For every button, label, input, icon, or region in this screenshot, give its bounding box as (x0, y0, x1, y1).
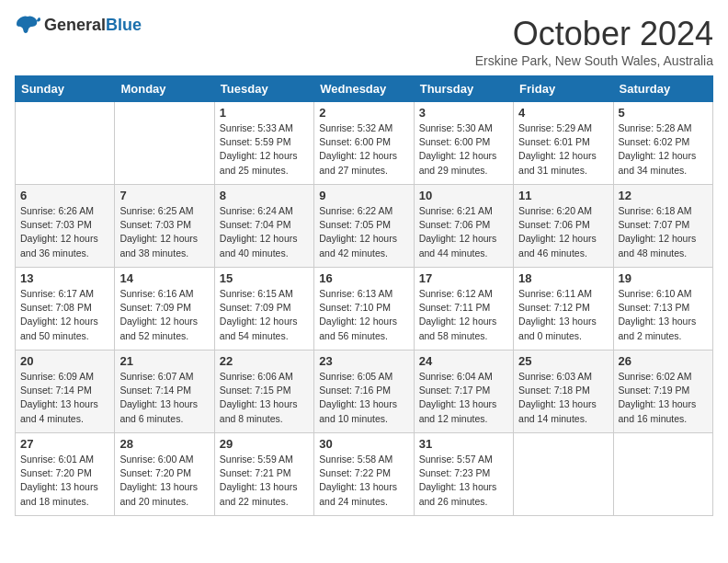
daylight-text: Daylight: 12 hours and 54 minutes. (220, 316, 298, 340)
col-header-thursday: Thursday (414, 76, 513, 102)
calendar-header-row: SundayMondayTuesdayWednesdayThursdayFrid… (16, 76, 713, 102)
daylight-text: Daylight: 12 hours and 52 minutes. (119, 316, 198, 340)
day-number: 27 (20, 437, 109, 451)
daylight-text: Daylight: 12 hours and 48 minutes. (619, 233, 697, 258)
sunset-text: Sunset: 7:12 PM (518, 302, 590, 313)
day-number: 13 (20, 271, 109, 285)
sunset-text: Sunset: 7:14 PM (20, 385, 92, 396)
sunset-text: Sunset: 7:15 PM (220, 385, 291, 396)
day-number: 11 (518, 189, 608, 202)
day-number: 20 (20, 354, 109, 368)
calendar-week-row: 1Sunrise: 5:33 AMSunset: 5:59 PMDaylight… (16, 102, 713, 185)
sunrise-text: Sunrise: 6:15 AM (220, 288, 293, 299)
calendar-cell: 1Sunrise: 5:33 AMSunset: 5:59 PMDaylight… (214, 102, 313, 185)
cell-info: Sunrise: 6:12 AMSunset: 7:11 PMDaylight:… (419, 287, 508, 343)
calendar-table: SundayMondayTuesdayWednesdayThursdayFrid… (15, 75, 713, 516)
day-number: 24 (419, 354, 508, 368)
day-number: 18 (518, 271, 608, 285)
day-number: 23 (319, 354, 408, 368)
cell-info: Sunrise: 6:06 AMSunset: 7:15 PMDaylight:… (220, 370, 309, 426)
sunrise-text: Sunrise: 6:07 AM (119, 371, 193, 382)
calendar-cell: 8Sunrise: 6:24 AMSunset: 7:04 PMDaylight… (214, 185, 313, 268)
daylight-text: Daylight: 12 hours and 50 minutes. (20, 316, 98, 340)
location-subtitle: Erskine Park, New South Wales, Australia (475, 53, 713, 68)
col-header-monday: Monday (115, 76, 214, 102)
cell-info: Sunrise: 5:57 AMSunset: 7:23 PMDaylight:… (419, 453, 508, 509)
sunrise-text: Sunrise: 6:03 AM (518, 371, 592, 382)
day-number: 4 (518, 106, 608, 120)
logo: GeneralBlue (15, 15, 142, 35)
cell-info: Sunrise: 6:18 AMSunset: 7:07 PMDaylight:… (619, 204, 708, 260)
day-number: 3 (419, 106, 508, 120)
calendar-cell: 14Sunrise: 6:16 AMSunset: 7:09 PMDayligh… (115, 268, 214, 350)
sunrise-text: Sunrise: 6:18 AM (619, 205, 692, 216)
day-number: 17 (419, 271, 508, 285)
sunrise-text: Sunrise: 6:22 AM (319, 205, 392, 216)
daylight-text: Daylight: 12 hours and 56 minutes. (319, 316, 397, 340)
calendar-cell: 5Sunrise: 5:28 AMSunset: 6:02 PMDaylight… (613, 102, 712, 185)
sunrise-text: Sunrise: 6:05 AM (319, 371, 392, 382)
sunset-text: Sunset: 7:09 PM (119, 302, 191, 313)
daylight-text: Daylight: 12 hours and 58 minutes. (419, 316, 497, 340)
calendar-cell: 15Sunrise: 6:15 AMSunset: 7:09 PMDayligh… (214, 268, 313, 350)
calendar-cell: 12Sunrise: 6:18 AMSunset: 7:07 PMDayligh… (613, 185, 712, 268)
cell-info: Sunrise: 6:26 AMSunset: 7:03 PMDaylight:… (20, 204, 109, 260)
daylight-text: Daylight: 13 hours and 12 minutes. (419, 398, 497, 423)
sunrise-text: Sunrise: 6:12 AM (419, 288, 493, 299)
day-number: 26 (619, 354, 708, 368)
cell-info: Sunrise: 6:15 AMSunset: 7:09 PMDaylight:… (220, 287, 309, 343)
calendar-cell: 7Sunrise: 6:25 AMSunset: 7:03 PMDaylight… (115, 185, 214, 268)
calendar-cell: 17Sunrise: 6:12 AMSunset: 7:11 PMDayligh… (414, 268, 513, 350)
cell-info: Sunrise: 6:24 AMSunset: 7:04 PMDaylight:… (220, 204, 309, 260)
sunrise-text: Sunrise: 6:24 AM (220, 205, 293, 216)
daylight-text: Daylight: 13 hours and 10 minutes. (319, 398, 397, 423)
daylight-text: Daylight: 13 hours and 20 minutes. (119, 481, 198, 506)
cell-info: Sunrise: 5:30 AMSunset: 6:00 PMDaylight:… (419, 121, 508, 178)
calendar-cell: 19Sunrise: 6:10 AMSunset: 7:13 PMDayligh… (613, 268, 712, 350)
cell-info: Sunrise: 6:07 AMSunset: 7:14 PMDaylight:… (119, 370, 209, 426)
sunset-text: Sunset: 7:03 PM (20, 219, 92, 230)
day-number: 25 (518, 354, 608, 368)
day-number: 30 (319, 437, 408, 451)
day-number: 5 (619, 106, 708, 120)
sunset-text: Sunset: 7:14 PM (119, 385, 191, 396)
calendar-week-row: 27Sunrise: 6:01 AMSunset: 7:20 PMDayligh… (16, 433, 713, 516)
day-number: 21 (119, 354, 209, 368)
cell-info: Sunrise: 6:03 AMSunset: 7:18 PMDaylight:… (518, 370, 608, 426)
calendar-cell: 23Sunrise: 6:05 AMSunset: 7:16 PMDayligh… (314, 350, 414, 433)
cell-info: Sunrise: 6:21 AMSunset: 7:06 PMDaylight:… (419, 204, 508, 260)
calendar-cell: 13Sunrise: 6:17 AMSunset: 7:08 PMDayligh… (16, 268, 115, 350)
daylight-text: Daylight: 12 hours and 34 minutes. (619, 150, 697, 175)
day-number: 19 (619, 271, 708, 285)
calendar-cell: 25Sunrise: 6:03 AMSunset: 7:18 PMDayligh… (514, 350, 613, 433)
sunrise-text: Sunrise: 6:11 AM (518, 288, 592, 299)
sunset-text: Sunset: 6:00 PM (419, 136, 491, 147)
cell-info: Sunrise: 5:32 AMSunset: 6:00 PMDaylight:… (319, 121, 408, 178)
title-block: October 2024 Erskine Park, New South Wal… (475, 15, 713, 68)
daylight-text: Daylight: 12 hours and 46 minutes. (518, 233, 597, 258)
daylight-text: Daylight: 13 hours and 8 minutes. (220, 398, 298, 423)
day-number: 12 (619, 189, 708, 202)
sunset-text: Sunset: 6:00 PM (319, 136, 391, 147)
sunset-text: Sunset: 7:18 PM (518, 385, 590, 396)
cell-info: Sunrise: 5:28 AMSunset: 6:02 PMDaylight:… (619, 121, 708, 178)
sunset-text: Sunset: 7:10 PM (319, 302, 391, 313)
month-title: October 2024 (475, 15, 713, 53)
calendar-cell: 28Sunrise: 6:00 AMSunset: 7:20 PMDayligh… (115, 433, 214, 516)
sunrise-text: Sunrise: 6:02 AM (619, 371, 692, 382)
cell-info: Sunrise: 6:05 AMSunset: 7:16 PMDaylight:… (319, 370, 408, 426)
sunrise-text: Sunrise: 5:57 AM (419, 454, 493, 465)
calendar-cell: 30Sunrise: 5:58 AMSunset: 7:22 PMDayligh… (314, 433, 414, 516)
sunset-text: Sunset: 6:01 PM (518, 136, 590, 147)
cell-info: Sunrise: 5:29 AMSunset: 6:01 PMDaylight:… (518, 121, 608, 178)
sunset-text: Sunset: 7:22 PM (319, 467, 391, 478)
sunset-text: Sunset: 7:20 PM (20, 467, 92, 478)
sunset-text: Sunset: 7:23 PM (419, 467, 491, 478)
cell-info: Sunrise: 6:02 AMSunset: 7:19 PMDaylight:… (619, 370, 708, 426)
sunrise-text: Sunrise: 5:29 AM (518, 122, 592, 133)
calendar-cell (613, 433, 712, 516)
sunrise-text: Sunrise: 6:10 AM (619, 288, 692, 299)
col-header-sunday: Sunday (16, 76, 115, 102)
cell-info: Sunrise: 6:04 AMSunset: 7:17 PMDaylight:… (419, 370, 508, 426)
day-number: 7 (119, 189, 209, 202)
